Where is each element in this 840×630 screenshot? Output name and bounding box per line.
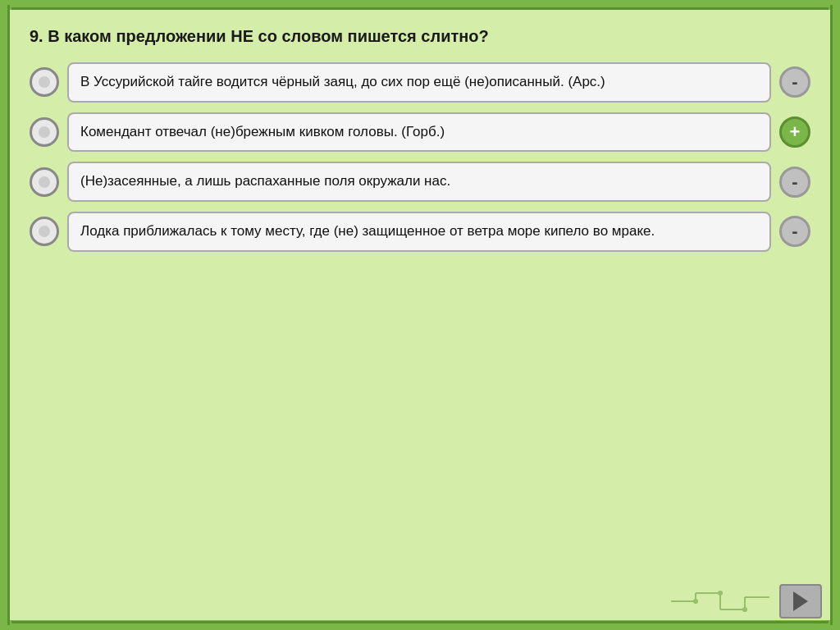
answer-box-4[interactable]: Лодка приближалась к тому месту, где (не… (67, 212, 771, 252)
answer-row-4: Лодка приближалась к тому месту, где (не… (30, 212, 810, 252)
answer-row-2: Комендант отвечал (не)брежным кивком гол… (30, 112, 810, 153)
answer-box-1[interactable]: В Уссурийской тайге водится чёрный заяц,… (67, 62, 771, 103)
sign-button-1[interactable]: - (779, 66, 810, 98)
answer-row-3: (Не)засеянные, а лишь распаханные поля о… (30, 162, 810, 202)
next-icon (793, 591, 808, 611)
circuit-decoration (671, 589, 769, 614)
radio-button-4[interactable] (30, 217, 59, 246)
radio-button-1[interactable] (30, 67, 59, 97)
question-text: 9. В каком предложении НЕ со словом пише… (30, 25, 810, 48)
answers-area: В Уссурийской тайге водится чёрный заяц,… (30, 62, 810, 605)
radio-inner-2 (39, 126, 50, 138)
radio-inner-4 (39, 226, 50, 237)
sign-button-2[interactable]: + (779, 116, 810, 148)
radio-inner-3 (39, 176, 50, 188)
sign-button-4[interactable]: - (779, 216, 810, 247)
bottom-bar (779, 584, 822, 619)
next-button[interactable] (779, 584, 822, 619)
svg-point-7 (693, 599, 698, 604)
svg-point-9 (742, 607, 747, 612)
sign-button-3[interactable]: - (779, 167, 810, 198)
svg-point-8 (718, 591, 723, 596)
answer-row-1: В Уссурийской тайге водится чёрный заяц,… (30, 62, 810, 103)
answer-box-2[interactable]: Комендант отвечал (не)брежным кивком гол… (67, 112, 771, 153)
radio-inner-1 (39, 76, 50, 88)
radio-button-2[interactable] (30, 117, 59, 147)
answer-box-3[interactable]: (Не)засеянные, а лишь распаханные поля о… (67, 162, 771, 202)
radio-button-3[interactable] (30, 167, 59, 197)
